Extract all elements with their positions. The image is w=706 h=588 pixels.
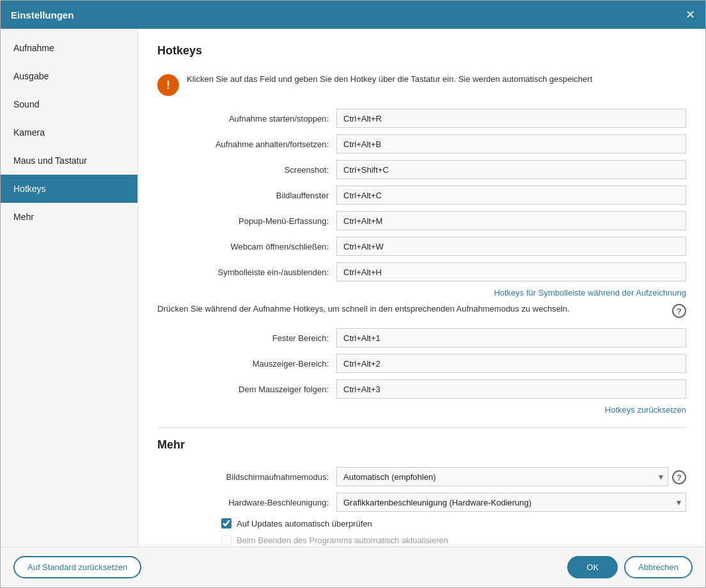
hotkey-row-webcam: Webcam öffnen/schließen:	[157, 237, 686, 256]
hotkey-input-mauszeiger-folgen[interactable]	[336, 379, 686, 399]
sidebar-item-maus-tastatur[interactable]: Maus und Tastatur	[1, 147, 137, 175]
warning-icon: !	[157, 74, 179, 96]
checkbox-row-updates: Auf Updates automatisch überprüfen	[221, 518, 686, 528]
hotkey-label-pause: Aufnahme anhalten/fortsetzen:	[157, 139, 336, 149]
hotkey-input-screenshot[interactable]	[336, 160, 686, 179]
hotkey-input-webcam[interactable]	[336, 237, 686, 256]
hotkey-label-screenshot: Screenshot:	[157, 165, 336, 175]
checkbox-row-auto-update: Beim Beenden des Programms automatisch a…	[221, 535, 686, 545]
footer: Auf Standard zurücksetzen OK Abbrechen	[1, 546, 705, 587]
hotkey-row-start-stop: Aufnahme starten/stoppen:	[157, 109, 686, 128]
bildschirm-label: Bildschirmaufnahmemodus:	[157, 472, 336, 482]
reset-button[interactable]: Auf Standard zurücksetzen	[13, 556, 141, 578]
checkbox-auto-update-label: Beim Beenden des Programms automatisch a…	[237, 536, 448, 545]
help-icon[interactable]: ?	[672, 304, 686, 318]
hotkey-label-bildlauffenster: Bildlauffenster	[157, 191, 336, 200]
hotkey-label-webcam: Webcam öffnen/schließen:	[157, 242, 336, 251]
sidebar: Aufnahme Ausgabe Sound Kamera Maus und T…	[1, 29, 138, 546]
hotkey-label-popup: Popup-Menü-Erfassung:	[157, 216, 336, 226]
cancel-button[interactable]: Abbrechen	[624, 556, 693, 578]
info-box: ! Klicken Sie auf das Feld und geben Sie…	[157, 73, 686, 96]
mehr-section: Mehr Bildschirmaufnahmemodus: Automatisc…	[157, 427, 686, 546]
hotkey-label-mauszeiger-folgen: Dem Mauszeiger folgen:	[157, 385, 336, 394]
hotkey-row-screenshot: Screenshot:	[157, 160, 686, 179]
hardware-label: Hardware-Beschleunigung:	[157, 498, 336, 507]
hotkey-label-mauszeiger-bereich: Mauszeiger-Bereich:	[157, 359, 336, 369]
recording-text: Drücken Sie während der Aufnahme Hotkeys…	[157, 303, 666, 315]
sidebar-item-sound[interactable]: Sound	[1, 90, 137, 118]
bildschirm-row: Bildschirmaufnahmemodus: Automatisch (em…	[157, 467, 686, 486]
hardware-select[interactable]: Grafikkartenbeschleunigung (Hardware-Kod…	[336, 493, 686, 512]
hotkey-row-popup: Popup-Menü-Erfassung:	[157, 211, 686, 230]
recording-note: Drücken Sie während der Aufnahme Hotkeys…	[157, 303, 686, 318]
hotkey-input-popup[interactable]	[336, 211, 686, 230]
hotkeys-reset-link[interactable]: Hotkeys zurücksetzen	[157, 405, 686, 415]
info-text: Klicken Sie auf das Feld und geben Sie d…	[187, 73, 592, 86]
hotkey-input-mauszeiger-bereich[interactable]	[336, 354, 686, 373]
bildschirm-select[interactable]: Automatisch (empfohlen) GDI DXGI Desktop…	[336, 467, 668, 486]
hotkey-row-symbolleiste: Symbolleiste ein-/ausblenden:	[157, 262, 686, 282]
hotkey-label-symbolleiste: Symbolleiste ein-/ausblenden:	[157, 267, 336, 277]
hotkey-row-pause: Aufnahme anhalten/fortsetzen:	[157, 134, 686, 154]
close-button[interactable]: ✕	[686, 9, 695, 20]
sidebar-item-hotkeys[interactable]: Hotkeys	[1, 175, 137, 203]
checkbox-updates[interactable]	[221, 518, 231, 528]
footer-right: OK Abbrechen	[567, 556, 693, 578]
hardware-row: Hardware-Beschleunigung: Grafikkartenbes…	[157, 493, 686, 512]
checkbox-updates-label[interactable]: Auf Updates automatisch überprüfen	[237, 519, 372, 528]
hotkey-input-symbolleiste[interactable]	[336, 262, 686, 282]
hotkey-input-pause[interactable]	[336, 134, 686, 154]
hotkey-label-start-stop: Aufnahme starten/stoppen:	[157, 114, 336, 123]
window-title: Einstellungen	[11, 10, 74, 20]
hotkey-row-fester-bereich: Fester Bereich:	[157, 328, 686, 347]
hotkey-row-mauszeiger-folgen: Dem Mauszeiger folgen:	[157, 379, 686, 399]
hotkey-label-fester-bereich: Fester Bereich:	[157, 333, 336, 343]
hotkey-input-bildlauffenster[interactable]	[336, 186, 686, 205]
sidebar-item-aufnahme[interactable]: Aufnahme	[1, 34, 137, 62]
hotkey-input-start-stop[interactable]	[336, 109, 686, 128]
hotkey-row-bildlauffenster: Bildlauffenster	[157, 186, 686, 205]
symbolleiste-link[interactable]: Hotkeys für Symbolleiste während der Auf…	[157, 288, 686, 298]
content-area: Aufnahme Ausgabe Sound Kamera Maus und T…	[1, 29, 705, 546]
hotkey-row-mauszeiger-bereich: Mauszeiger-Bereich:	[157, 354, 686, 373]
bildschirm-help-icon[interactable]: ?	[672, 470, 686, 484]
settings-window: Einstellungen ✕ Aufnahme Ausgabe Sound K…	[0, 0, 706, 588]
main-panel: Hotkeys ! Klicken Sie auf das Feld und g…	[138, 29, 705, 546]
checkbox-auto-update[interactable]	[221, 535, 231, 545]
hardware-dropdown-wrapper: Grafikkartenbeschleunigung (Hardware-Kod…	[336, 493, 686, 512]
ok-button[interactable]: OK	[567, 556, 618, 578]
sidebar-item-mehr[interactable]: Mehr	[1, 203, 137, 231]
titlebar: Einstellungen ✕	[1, 1, 705, 29]
mehr-title: Mehr	[157, 438, 686, 457]
hotkey-input-fester-bereich[interactable]	[336, 328, 686, 347]
sidebar-item-ausgabe[interactable]: Ausgabe	[1, 62, 137, 90]
hotkeys-title: Hotkeys	[157, 44, 686, 63]
bildschirm-dropdown-wrapper: Automatisch (empfohlen) GDI DXGI Desktop…	[336, 467, 668, 486]
sidebar-item-kamera[interactable]: Kamera	[1, 118, 137, 147]
